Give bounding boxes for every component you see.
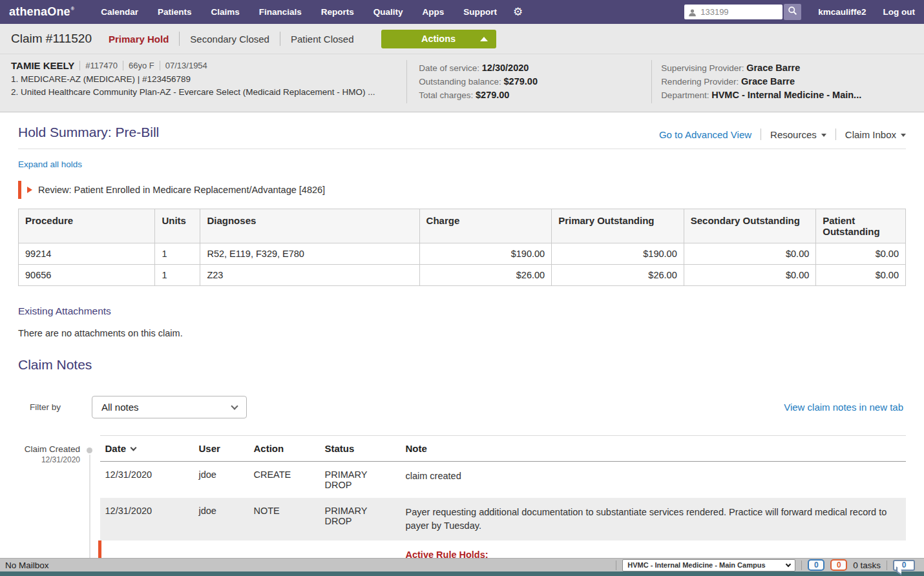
claim-notes-title: Claim Notes bbox=[18, 357, 906, 373]
insurance-primary: 1. MEDICARE-AZ (MEDICARE) | #123456789 bbox=[11, 74, 395, 84]
total-charges-label: Total charges: bbox=[419, 90, 473, 100]
patient-outstanding: $0.00 bbox=[816, 265, 906, 286]
col-date[interactable]: Date bbox=[100, 436, 194, 462]
mailbox-status[interactable]: No Mailbox bbox=[5, 561, 49, 570]
chevron-down-icon bbox=[231, 402, 238, 409]
footer: No Mailbox HVMC - Internal Medicine - Ma… bbox=[0, 558, 924, 576]
sort-chevron-icon bbox=[131, 444, 137, 451]
go-to-advanced-view-link[interactable]: Go to Advanced View bbox=[659, 129, 751, 140]
patient-banner: TAMIE KEELY #117470 66yo F 07/13/1954 1.… bbox=[0, 54, 924, 112]
search-icon bbox=[788, 6, 797, 18]
units: 1 bbox=[155, 243, 200, 265]
top-navbar: athenaOne® Calendar Patients Claims Fina… bbox=[0, 0, 924, 24]
tasks-badge-orange[interactable]: 0 bbox=[830, 559, 847, 571]
note-action: CREATE bbox=[249, 462, 320, 499]
note-status: PRIMARY DROP bbox=[325, 506, 373, 526]
col-units: Units bbox=[155, 209, 200, 243]
hold-rule-text: Review: Patient Enrolled in Medicare Rep… bbox=[38, 185, 325, 195]
main-content: Hold Summary: Pre-Bill Go to Advanced Vi… bbox=[0, 112, 924, 576]
note-row: 12/31/2020 jdoe NOTE PRIMARY DROP Payer … bbox=[100, 498, 907, 540]
nav-apps[interactable]: Apps bbox=[413, 7, 454, 17]
hold-rule-item[interactable]: Review: Patient Enrolled in Medicare Rep… bbox=[18, 181, 906, 199]
col-charge: Charge bbox=[419, 209, 552, 243]
patient-name[interactable]: TAMIE KEELY bbox=[11, 60, 74, 71]
status-primary-hold[interactable]: Primary Hold bbox=[109, 34, 169, 45]
notes-timeline: Claim Created 12/31/2020 bbox=[18, 435, 98, 576]
nav-financials[interactable]: Financials bbox=[249, 7, 311, 17]
units: 1 bbox=[155, 265, 200, 286]
provider-summary: Supervising Provider: Grace Barre Render… bbox=[651, 60, 924, 103]
rendering-provider-label: Rendering Provider: bbox=[661, 77, 739, 87]
department-select-value: HVMC - Internal Medicine - Main Campus bbox=[627, 561, 765, 569]
supervising-provider-label: Supervising Provider: bbox=[661, 63, 744, 73]
note-status: PRIMARY DROP bbox=[325, 469, 373, 490]
view-claim-notes-link[interactable]: View claim notes in new tab bbox=[784, 402, 903, 413]
note-action: NOTE bbox=[249, 498, 320, 540]
table-row: 90656 1 Z23 $26.00 $26.00 $0.00 $0.00 bbox=[19, 265, 906, 286]
table-row: 99214 1 R52, E119, F329, E780 $190.00 $1… bbox=[19, 243, 906, 265]
patient-demographics: TAMIE KEELY #117470 66yo F 07/13/1954 1.… bbox=[0, 60, 406, 103]
notes-filter-select[interactable]: All notes bbox=[92, 396, 247, 418]
tasks-badge-blue[interactable]: 0 bbox=[808, 559, 824, 571]
nav-reports[interactable]: Reports bbox=[311, 7, 364, 17]
nav-quality[interactable]: Quality bbox=[364, 7, 413, 17]
department-select[interactable]: HVMC - Internal Medicine - Main Campus bbox=[622, 559, 795, 571]
claim-header: Claim #111520 Primary Hold Secondary Clo… bbox=[0, 24, 924, 112]
patient-search-input[interactable]: 133199 bbox=[684, 5, 782, 19]
divider bbox=[280, 32, 280, 46]
athenaone-logo[interactable]: athenaOne® bbox=[9, 5, 74, 19]
notes-filter-value: All notes bbox=[101, 402, 139, 413]
charge: $26.00 bbox=[419, 265, 552, 286]
col-secondary-outstanding: Secondary Outstanding bbox=[684, 209, 816, 243]
hold-accent-bar bbox=[18, 181, 21, 199]
divider bbox=[761, 129, 761, 140]
col-procedure: Procedure bbox=[19, 209, 155, 243]
resources-label: Resources bbox=[770, 129, 817, 140]
note-user: jdoe bbox=[194, 498, 249, 540]
diagnoses: R52, E119, F329, E780 bbox=[200, 243, 419, 265]
expand-all-holds-link[interactable]: Expand all holds bbox=[18, 159, 82, 169]
patient-dob: 07/13/1954 bbox=[165, 61, 207, 70]
chat-bubble-icon[interactable]: 0 bbox=[893, 560, 915, 571]
logout-link[interactable]: Log out bbox=[883, 7, 915, 17]
nav-support[interactable]: Support bbox=[454, 7, 507, 17]
status-secondary-closed[interactable]: Secondary Closed bbox=[190, 34, 269, 45]
primary-outstanding: $190.00 bbox=[552, 243, 684, 265]
note-date: 12/31/2020 bbox=[100, 462, 194, 499]
note-row: 12/31/2020 jdoe CREATE PRIMARY DROP clai… bbox=[100, 462, 907, 499]
triangle-right-icon[interactable] bbox=[27, 187, 32, 193]
col-patient-outstanding: Patient Outstanding bbox=[816, 209, 906, 243]
chevron-up-icon bbox=[480, 37, 488, 41]
charge: $190.00 bbox=[419, 243, 552, 265]
note-text: claim created bbox=[401, 462, 907, 499]
chevron-down-icon bbox=[901, 134, 906, 137]
nav-claims[interactable]: Claims bbox=[202, 7, 249, 17]
secondary-outstanding: $0.00 bbox=[684, 243, 816, 265]
department-value: HVMC - Internal Medicine - Main... bbox=[711, 90, 861, 100]
claim-inbox-label: Claim Inbox bbox=[845, 129, 896, 140]
col-note: Note bbox=[401, 436, 907, 462]
resources-menu[interactable]: Resources bbox=[770, 129, 826, 140]
col-primary-outstanding: Primary Outstanding bbox=[552, 209, 684, 243]
bottom-strip bbox=[0, 571, 924, 576]
nav-patients[interactable]: Patients bbox=[148, 7, 202, 17]
nav-calendar[interactable]: Calendar bbox=[91, 7, 148, 17]
claim-id: Claim #111520 bbox=[11, 32, 92, 46]
timeline-dot bbox=[87, 447, 92, 453]
status-patient-closed[interactable]: Patient Closed bbox=[291, 34, 354, 45]
outstanding-balance-value: $279.00 bbox=[504, 76, 538, 87]
service-summary: Date of service: 12/30/2020 Outstanding … bbox=[406, 60, 651, 103]
hold-summary-title: Hold Summary: Pre-Bill bbox=[18, 125, 159, 140]
brand-text: athenaOne bbox=[9, 5, 70, 19]
claim-inbox-menu[interactable]: Claim Inbox bbox=[845, 129, 906, 140]
divider bbox=[835, 129, 836, 140]
gear-icon[interactable]: ⚙ bbox=[513, 5, 523, 19]
department-label: Department: bbox=[661, 90, 709, 100]
username[interactable]: kmcauliffe2 bbox=[818, 7, 866, 17]
outstanding-balance-label: Outstanding balance: bbox=[419, 77, 501, 87]
actions-button[interactable]: Actions bbox=[381, 30, 496, 48]
search-button[interactable] bbox=[784, 4, 801, 20]
col-user: User bbox=[194, 436, 249, 462]
procedure-code: 99214 bbox=[19, 243, 155, 265]
patient-outstanding: $0.00 bbox=[816, 243, 906, 265]
